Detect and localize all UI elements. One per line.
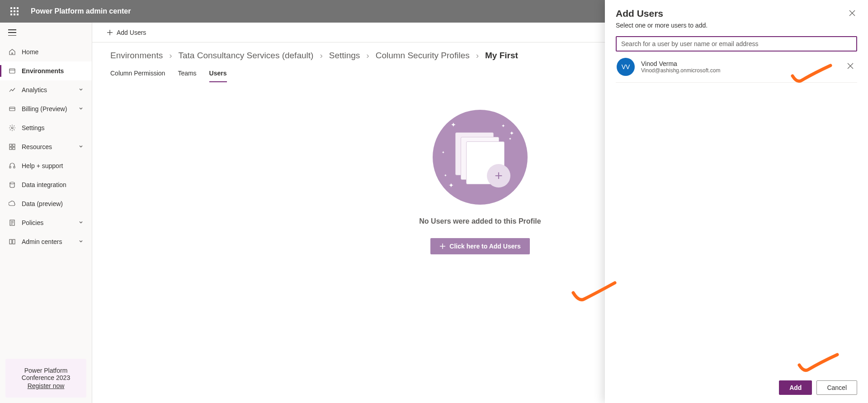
sidebar-item-label: Home bbox=[22, 48, 84, 56]
remove-user-button[interactable] bbox=[844, 60, 856, 74]
plus-icon bbox=[107, 29, 113, 36]
add-users-command-label: Add Users bbox=[117, 29, 146, 36]
gear-icon bbox=[8, 124, 16, 132]
breadcrumb-item[interactable]: Tata Consultancy Services (default) bbox=[179, 51, 314, 61]
sidebar-item-home[interactable]: Home bbox=[0, 42, 92, 61]
chevron-down-icon bbox=[78, 238, 84, 245]
svg-rect-6 bbox=[13, 144, 15, 146]
sidebar: Home Environments Analytics Billing (Pre… bbox=[0, 23, 92, 403]
add-users-panel: Add Users Select one or more users to ad… bbox=[605, 0, 868, 403]
admin-centers-icon bbox=[8, 238, 16, 246]
svg-rect-10 bbox=[14, 166, 15, 168]
sidebar-item-settings[interactable]: Settings bbox=[0, 118, 92, 137]
sidebar-item-label: Resources bbox=[22, 143, 78, 150]
cancel-button[interactable]: Cancel bbox=[816, 380, 857, 395]
sidebar-item-label: Help + support bbox=[22, 162, 84, 169]
sidebar-item-environments[interactable]: Environments bbox=[0, 61, 92, 80]
sidebar-item-label: Analytics bbox=[22, 86, 78, 94]
sidebar-item-label: Data (preview) bbox=[22, 200, 84, 207]
breadcrumb-item-current: My First bbox=[485, 51, 518, 61]
headset-icon bbox=[8, 162, 16, 170]
chevron-right-icon: › bbox=[169, 51, 172, 61]
chevron-right-icon: › bbox=[366, 51, 369, 61]
sidebar-item-label: Admin centers bbox=[22, 238, 78, 245]
home-icon bbox=[8, 48, 16, 56]
tab-teams[interactable]: Teams bbox=[178, 66, 196, 82]
chevron-down-icon bbox=[78, 86, 84, 94]
sidebar-item-label: Data integration bbox=[22, 181, 84, 188]
sidebar-item-policies[interactable]: Policies bbox=[0, 213, 92, 232]
panel-subtitle: Select one or more users to add. bbox=[616, 22, 857, 29]
app-title: Power Platform admin center bbox=[31, 7, 131, 15]
svg-rect-16 bbox=[9, 239, 12, 244]
plus-icon bbox=[439, 243, 446, 249]
promo-line1: Power Platform bbox=[11, 367, 81, 374]
promo-card: Power Platform Conference 2023 Register … bbox=[5, 359, 86, 398]
svg-rect-5 bbox=[9, 144, 12, 146]
add-users-command[interactable]: Add Users bbox=[98, 23, 151, 42]
promo-link[interactable]: Register now bbox=[28, 382, 65, 389]
svg-rect-2 bbox=[9, 107, 15, 111]
sidebar-item-label: Environments bbox=[22, 67, 84, 75]
empty-illustration: ✦ ✦ ✦ ✦ ✦ ✦ ✦ + bbox=[433, 110, 528, 205]
analytics-icon bbox=[8, 86, 16, 94]
svg-rect-8 bbox=[13, 147, 15, 150]
add-users-button[interactable]: Click here to Add Users bbox=[430, 238, 529, 254]
promo-line2: Conference 2023 bbox=[11, 374, 81, 381]
plus-badge-icon: + bbox=[487, 164, 510, 187]
chevron-down-icon bbox=[78, 219, 84, 226]
hamburger-button[interactable] bbox=[0, 23, 92, 42]
svg-rect-17 bbox=[13, 239, 15, 244]
tab-column-permission[interactable]: Column Permission bbox=[110, 66, 165, 82]
svg-rect-9 bbox=[9, 166, 11, 168]
sidebar-item-label: Billing (Preview) bbox=[22, 105, 78, 112]
sidebar-item-dataintegration[interactable]: Data integration bbox=[0, 175, 92, 194]
add-button[interactable]: Add bbox=[779, 380, 812, 395]
breadcrumb-item[interactable]: Settings bbox=[329, 51, 360, 61]
svg-rect-0 bbox=[9, 69, 15, 73]
sidebar-item-datapreview[interactable]: Data (preview) bbox=[0, 194, 92, 213]
add-users-button-label: Click here to Add Users bbox=[449, 243, 520, 250]
waffle-icon[interactable] bbox=[4, 0, 25, 22]
sidebar-item-help[interactable]: Help + support bbox=[0, 156, 92, 175]
empty-state-text: No Users were added to this Profile bbox=[419, 217, 541, 225]
sidebar-item-billing[interactable]: Billing (Preview) bbox=[0, 99, 92, 118]
close-icon bbox=[847, 63, 854, 69]
sidebar-item-resources[interactable]: Resources bbox=[0, 137, 92, 156]
breadcrumb-item[interactable]: Column Security Profiles bbox=[376, 51, 470, 61]
user-name: Vinod Verma bbox=[641, 60, 844, 67]
policies-icon bbox=[8, 219, 16, 227]
tab-users[interactable]: Users bbox=[209, 66, 227, 82]
svg-point-11 bbox=[10, 182, 14, 184]
data-integration-icon bbox=[8, 181, 16, 189]
sidebar-item-label: Policies bbox=[22, 219, 78, 226]
user-email: Vinod@ashishg.onmicrosoft.com bbox=[641, 67, 844, 74]
sidebar-item-analytics[interactable]: Analytics bbox=[0, 80, 92, 99]
panel-title: Add Users bbox=[616, 8, 663, 19]
user-search-input[interactable] bbox=[616, 36, 857, 52]
close-button[interactable] bbox=[847, 8, 857, 20]
breadcrumb-item[interactable]: Environments bbox=[110, 51, 163, 61]
chevron-right-icon: › bbox=[320, 51, 322, 61]
billing-icon bbox=[8, 105, 16, 113]
sidebar-item-admincenters[interactable]: Admin centers bbox=[0, 232, 92, 251]
resources-icon bbox=[8, 143, 16, 151]
selected-user-row: VV Vinod Verma Vinod@ashishg.onmicrosoft… bbox=[616, 52, 857, 83]
data-preview-icon bbox=[8, 200, 16, 208]
svg-point-4 bbox=[11, 127, 13, 129]
svg-rect-7 bbox=[9, 147, 12, 150]
chevron-right-icon: › bbox=[476, 51, 479, 61]
sidebar-item-label: Settings bbox=[22, 124, 84, 131]
chevron-down-icon bbox=[78, 105, 84, 112]
chevron-down-icon bbox=[78, 143, 84, 150]
close-icon bbox=[849, 10, 855, 16]
avatar: VV bbox=[617, 58, 635, 76]
environments-icon bbox=[8, 67, 16, 75]
